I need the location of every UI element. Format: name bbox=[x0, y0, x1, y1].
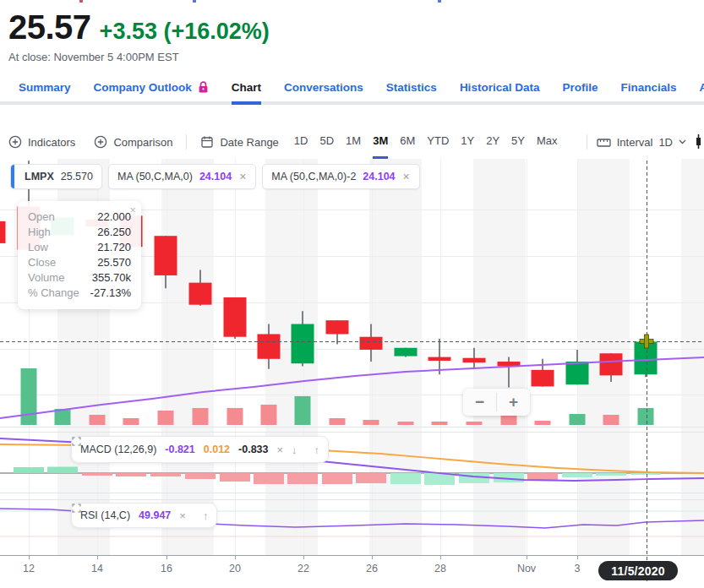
tooltip-row: Low21.720 bbox=[28, 240, 131, 255]
close-icon[interactable]: × bbox=[129, 204, 136, 216]
ruler-icon bbox=[597, 136, 611, 149]
tooltip-rows: Open22.000High26.250Low21.720Close25.570… bbox=[28, 210, 131, 301]
tab-label: Conversations bbox=[284, 81, 363, 94]
tab-label: Historical Data bbox=[460, 81, 540, 94]
range-group: 1D5D1M3M6MYTD1Y2Y5YMax bbox=[294, 126, 558, 159]
ma-label: MA (50,C,MA,0)-2 bbox=[271, 171, 356, 182]
tab-profile[interactable]: Profile bbox=[562, 73, 598, 105]
close-icon[interactable]: × bbox=[402, 170, 411, 183]
symbol-label: LMPX bbox=[25, 171, 54, 182]
macd-value: -0.821 bbox=[165, 444, 194, 455]
rsi-value: 49.947 bbox=[139, 509, 171, 521]
tab-company-outlook[interactable]: Company Outlook bbox=[94, 73, 209, 105]
indicators-button[interactable]: Indicators bbox=[8, 135, 75, 149]
indicators-label: Indicators bbox=[28, 136, 75, 149]
macd-legend-pill[interactable]: MACD (12,26,9) -0.821 0.012 -0.833 × ↓ ↑ bbox=[71, 436, 329, 463]
chart-legend: LMPX 25.570 MA (50,C,MA,0)24.104×MA (50,… bbox=[10, 164, 420, 189]
move-up-icon[interactable]: ↑ bbox=[203, 509, 209, 522]
tab-conversations[interactable]: Conversations bbox=[284, 73, 363, 105]
tooltip-label: Close bbox=[28, 255, 56, 270]
cursor-date-badge: 11/5/2020 bbox=[598, 561, 678, 580]
tooltip-row: High26.250 bbox=[28, 225, 131, 240]
range-button-max[interactable]: Max bbox=[537, 126, 558, 159]
tab-label: Summary bbox=[19, 81, 71, 94]
tooltip-value: -27.13% bbox=[90, 286, 131, 301]
ma-value: 24.104 bbox=[363, 171, 395, 182]
rsi-legend-pill[interactable]: RSI (14,C) 49.947 × ↑ bbox=[71, 503, 217, 528]
tooltip-row: Volume355.70k bbox=[28, 270, 131, 286]
tooltip-label: Low bbox=[28, 240, 48, 255]
range-button-3m[interactable]: 3M bbox=[373, 126, 388, 159]
tooltip-label: Open bbox=[28, 210, 55, 225]
at-close-note: At close: November 5 4:00PM EST bbox=[8, 51, 270, 63]
symbol-legend-pill[interactable]: LMPX 25.570 bbox=[10, 164, 102, 189]
tab-label: Analysis bbox=[699, 81, 704, 94]
tab-analysis[interactable]: Analysis bbox=[699, 73, 704, 105]
tab-label: Chart bbox=[232, 81, 261, 94]
quote-page: 25.57+3.53 (+16.02%) At close: November … bbox=[0, 0, 704, 588]
tooltip-row: Open22.000 bbox=[28, 210, 131, 225]
tab-statistics[interactable]: Statistics bbox=[386, 73, 437, 105]
chart-toolbar: Indicators Comparison Date Range 1D5D1M3… bbox=[0, 125, 704, 159]
zoom-in-button[interactable]: + bbox=[497, 389, 530, 416]
ma-value: 24.104 bbox=[199, 171, 232, 182]
circled-plus-icon bbox=[94, 135, 107, 149]
tooltip-label: % Change bbox=[28, 286, 79, 301]
close-icon[interactable]: × bbox=[179, 509, 186, 522]
tab-label: Financials bbox=[620, 81, 676, 94]
tab-summary[interactable]: Summary bbox=[19, 73, 71, 105]
close-icon[interactable]: × bbox=[277, 444, 284, 456]
date-range-label: Date Range bbox=[220, 136, 278, 149]
rsi-label: RSI (14,C) bbox=[80, 509, 130, 521]
tab-financials[interactable]: Financials bbox=[620, 73, 676, 105]
macd-divergence-value: -0.833 bbox=[238, 444, 268, 455]
tooltip-label: Volume bbox=[28, 270, 64, 286]
ohlc-tooltip: × Open22.000High26.250Low21.720Close25.5… bbox=[18, 201, 141, 309]
ma-label: MA (50,C,MA,0) bbox=[117, 171, 193, 182]
comparison-label: Comparison bbox=[113, 136, 172, 149]
range-button-ytd[interactable]: YTD bbox=[427, 126, 449, 159]
zoom-control: − + bbox=[463, 389, 530, 416]
interval-label: Interval bbox=[617, 136, 653, 149]
tab-historical-data[interactable]: Historical Data bbox=[460, 73, 540, 105]
tooltip-value: 21.720 bbox=[97, 240, 131, 255]
tooltip-row: % Change-27.13% bbox=[28, 286, 131, 301]
range-button-1d[interactable]: 1D bbox=[294, 126, 308, 159]
interval-control[interactable]: Interval 1D bbox=[587, 134, 686, 150]
range-button-1m[interactable]: 1M bbox=[346, 126, 361, 159]
interval-value: 1D bbox=[658, 136, 673, 149]
chart-canvas[interactable]: LMPX 25.570 MA (50,C,MA,0)24.104×MA (50,… bbox=[0, 159, 704, 588]
current-price: 25.57 bbox=[8, 8, 91, 46]
comparison-button[interactable]: Comparison bbox=[94, 135, 172, 149]
circled-plus-icon bbox=[8, 135, 22, 149]
range-button-2y[interactable]: 2Y bbox=[486, 126, 499, 159]
clipped-nav-remnant bbox=[79, 0, 83, 3]
price-change: +3.53 (+16.02%) bbox=[100, 19, 270, 44]
clipped-nav-remnant bbox=[438, 0, 441, 3]
quote-header: 25.57+3.53 (+16.02%) At close: November … bbox=[8, 8, 270, 63]
tab-chart[interactable]: Chart bbox=[232, 73, 261, 105]
ma-legend-pill[interactable]: MA (50,C,MA,0)-224.104× bbox=[262, 164, 419, 189]
symbol-value: 25.570 bbox=[61, 171, 93, 182]
series-color-bar bbox=[11, 165, 14, 188]
range-button-5d[interactable]: 5D bbox=[319, 126, 334, 159]
range-button-1y[interactable]: 1Y bbox=[461, 126, 474, 159]
move-up-icon[interactable]: ↑ bbox=[314, 444, 320, 456]
date-range-button[interactable]: Date Range bbox=[200, 135, 278, 149]
range-button-6m[interactable]: 6M bbox=[400, 126, 415, 159]
range-button-5y[interactable]: 5Y bbox=[511, 126, 525, 159]
tooltip-value: 355.70k bbox=[92, 270, 131, 286]
tooltip-label: High bbox=[28, 225, 51, 240]
clipped-nav-remnant bbox=[193, 0, 196, 3]
close-icon[interactable]: × bbox=[238, 170, 247, 183]
tab-bar: SummaryCompany OutlookChartConversations… bbox=[0, 73, 704, 105]
move-down-icon[interactable]: ↓ bbox=[292, 444, 297, 456]
tab-label: Statistics bbox=[386, 81, 437, 94]
macd-signal-value: 0.012 bbox=[204, 444, 230, 455]
tooltip-value: 25.570 bbox=[97, 255, 131, 270]
zoom-out-button[interactable]: − bbox=[463, 389, 496, 416]
ma-legend-pill[interactable]: MA (50,C,MA,0)24.104× bbox=[108, 164, 256, 189]
chart-type-icon[interactable] bbox=[695, 133, 704, 150]
toolbar-divider bbox=[186, 134, 187, 150]
macd-label: MACD (12,26,9) bbox=[80, 444, 156, 455]
